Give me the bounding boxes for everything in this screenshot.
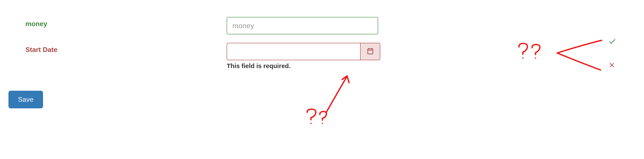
calendar-icon xyxy=(366,47,374,56)
date-picker-button[interactable] xyxy=(360,43,380,60)
start-date-input[interactable] xyxy=(227,43,360,60)
check-icon xyxy=(608,37,616,46)
money-input-wrapper xyxy=(227,17,378,34)
annotation-question-1 xyxy=(305,108,330,130)
start-date-error: This field is required. xyxy=(227,62,291,70)
money-label: money xyxy=(8,17,227,28)
x-icon xyxy=(608,61,616,70)
feedback-icons xyxy=(608,37,616,70)
start-date-row: Start Date This field is required. xyxy=(8,43,636,70)
start-date-input-wrapper: This field is required. xyxy=(227,43,380,70)
svg-point-1 xyxy=(322,123,323,124)
start-date-label: Start Date xyxy=(8,43,227,54)
svg-point-0 xyxy=(310,123,312,124)
money-input[interactable] xyxy=(227,17,378,34)
annotation-arrow-1 xyxy=(322,72,356,115)
money-row: money xyxy=(8,17,636,34)
save-button[interactable]: Save xyxy=(8,91,43,108)
